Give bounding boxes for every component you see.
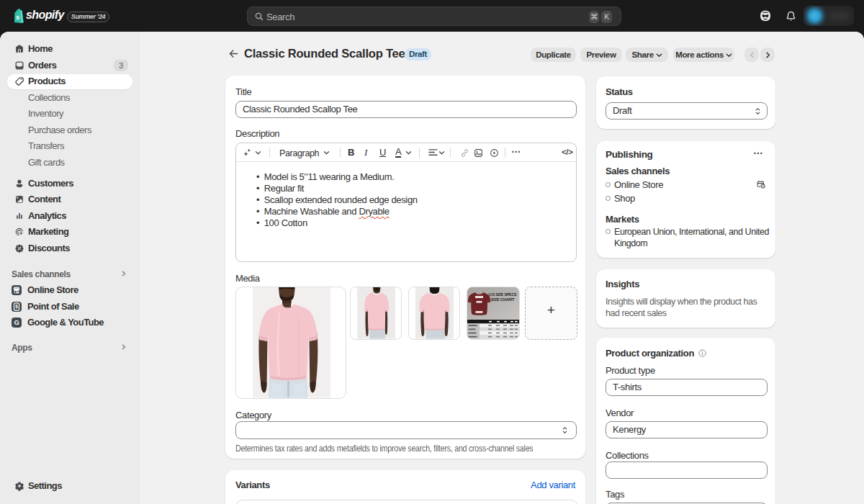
svg-text:SIZE CHART: SIZE CHART — [491, 297, 515, 302]
svg-text:G: G — [14, 318, 19, 326]
svg-text:s: s — [16, 13, 19, 21]
svg-text:U.S SIZE SPECS: U.S SIZE SPECS — [489, 292, 517, 297]
svg-text:$: $ — [15, 304, 18, 310]
